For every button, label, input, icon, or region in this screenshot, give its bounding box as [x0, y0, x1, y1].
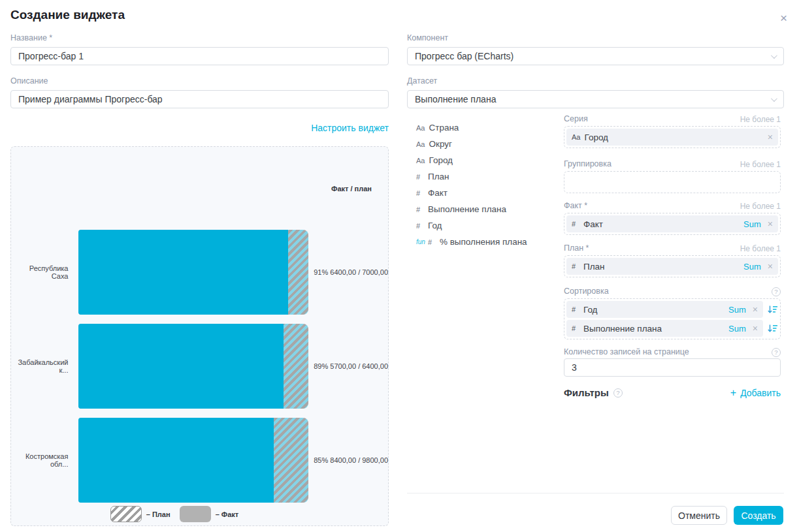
page-size-input[interactable]	[564, 358, 781, 377]
fact-chip[interactable]: # Факт Sum ×	[566, 215, 778, 232]
bar-category-label: Костромская обл...	[11, 452, 68, 468]
dataset-field-item[interactable]: fun # % выполнения плана	[416, 234, 557, 250]
chart-bar-row: Республика Саха 91% 6400,00 / 7000,00	[11, 230, 388, 315]
remove-icon[interactable]: ×	[753, 324, 758, 333]
chart-bar-row: Костромская обл... 85% 8400,00 / 9800,00	[11, 418, 388, 503]
sorting-dropzone[interactable]: # Год Sum × # Выполнение плана Sum ×	[564, 298, 781, 339]
field-type-icon: #	[416, 222, 424, 230]
bar-plan-segment	[78, 418, 308, 503]
remove-icon[interactable]: ×	[768, 219, 773, 228]
chart-bar-row: Забайкальский к... 89% 5700,00 / 6400,00	[11, 324, 388, 409]
seria-label: Серия	[564, 114, 588, 124]
configure-widget-link[interactable]: Настроить виджет	[311, 123, 389, 133]
cancel-button[interactable]: Отменить	[671, 506, 727, 525]
field-label: Факт	[428, 188, 448, 198]
chart-legend: – План – Факт	[11, 506, 338, 522]
aggregation-selector[interactable]: Sum	[728, 324, 746, 334]
field-type-icon: #	[428, 238, 436, 246]
sorting-chip[interactable]: # Выполнение плана Sum ×	[566, 320, 763, 337]
field-label: Округ	[429, 139, 451, 149]
bar-fact-segment	[78, 324, 283, 409]
fact-label: Факт *	[564, 201, 587, 211]
chevron-down-icon	[771, 95, 777, 102]
dataset-select[interactable]: Выполнение плана	[407, 90, 784, 108]
bar-category-label: Республика Саха	[11, 264, 68, 280]
sorting-row: # Год Sum ×	[566, 301, 778, 318]
sort-descending-icon[interactable]	[767, 305, 778, 315]
remove-icon[interactable]: ×	[768, 262, 773, 271]
sorting-chip[interactable]: # Год Sum ×	[566, 301, 763, 318]
dataset-value: Выполнение плана	[415, 94, 496, 104]
dataset-field-item[interactable]: Aa Страна	[416, 119, 557, 136]
right-column: Компонент Прогресс бар (ECharts) Датасет…	[407, 33, 784, 108]
function-icon: fun	[416, 238, 425, 245]
dataset-field-item[interactable]: # Год	[416, 217, 557, 234]
plan-chip[interactable]: # План Sum ×	[566, 258, 778, 275]
dataset-field-item[interactable]: Aa Округ	[416, 136, 557, 152]
dataset-field-item[interactable]: # Факт	[416, 185, 557, 201]
dataset-field-item[interactable]: # Выполнение плана	[416, 201, 557, 217]
bar-category-label: Забайкальский к...	[11, 358, 68, 374]
grouping-limit: Не более 1	[740, 160, 781, 169]
aggregation-selector[interactable]: Sum	[743, 262, 761, 272]
field-type-icon: Aa	[416, 157, 425, 164]
plus-icon: +	[730, 388, 736, 398]
page-size-label: Количество записей на странице	[564, 347, 689, 357]
remove-icon[interactable]: ×	[753, 305, 758, 314]
description-label: Описание	[10, 76, 389, 86]
name-input[interactable]	[10, 47, 389, 65]
legend-item: – План	[110, 506, 171, 522]
dataset-field-item[interactable]: # План	[416, 168, 557, 185]
field-label: Выполнение плана	[428, 204, 506, 214]
fact-limit: Не более 1	[740, 202, 781, 211]
field-label: Страна	[429, 123, 459, 133]
field-label: % выполнения плана	[440, 237, 527, 247]
chip-label: План	[583, 262, 605, 272]
description-input[interactable]	[10, 90, 389, 108]
create-widget-dialog: Создание виджета × Название * Описание Н…	[0, 0, 799, 532]
field-label: Год	[428, 221, 442, 230]
aggregation-selector[interactable]: Sum	[728, 305, 746, 315]
component-label: Компонент	[407, 33, 784, 43]
bar-value-label: 91% 6400,00 / 7000,00	[314, 268, 388, 276]
dataset-field-item[interactable]: Aa Город	[416, 152, 557, 168]
aggregation-selector[interactable]: Sum	[743, 219, 761, 229]
chip-label: Выполнение плана	[583, 324, 662, 334]
dataset-label: Датасет	[407, 76, 784, 86]
left-column: Название * Описание Настроить виджет Фак…	[10, 33, 389, 526]
legend-label: – План	[146, 510, 171, 518]
component-select[interactable]: Прогресс бар (ECharts)	[407, 47, 784, 65]
legend-label: – Факт	[216, 510, 239, 518]
component-value: Прогресс бар (ECharts)	[415, 51, 514, 61]
fact-dropzone[interactable]: # Факт Sum ×	[564, 213, 781, 235]
chart-header-label: Факт / план	[331, 185, 372, 193]
field-label: План	[428, 172, 449, 181]
close-icon[interactable]: ×	[780, 12, 787, 24]
bar-fact-segment	[78, 230, 287, 315]
chip-label: Факт	[583, 219, 603, 229]
grouping-dropzone[interactable]	[564, 171, 781, 193]
plan-label: План *	[564, 243, 589, 253]
number-type-icon: #	[572, 220, 579, 228]
remove-icon[interactable]: ×	[768, 133, 773, 142]
dialog-title: Создание виджета	[10, 8, 125, 22]
help-icon[interactable]: ?	[613, 388, 623, 398]
help-icon[interactable]: ?	[772, 287, 781, 296]
field-type-icon: #	[416, 173, 424, 181]
plan-dropzone[interactable]: # План Sum ×	[564, 255, 781, 277]
add-filter-button[interactable]: + Добавить	[730, 388, 781, 398]
number-type-icon: #	[572, 324, 579, 332]
slots-column: Серия Не более 1 Aa Город × Группировка …	[564, 114, 781, 398]
seria-chip[interactable]: Aa Город ×	[566, 129, 778, 146]
field-type-icon: #	[416, 189, 424, 197]
seria-dropzone[interactable]: Aa Город ×	[564, 126, 781, 148]
help-icon[interactable]: ?	[772, 348, 781, 357]
legend-item: – Факт	[180, 506, 239, 522]
dataset-fields-list: Aa Страна Aa Округ Aa Город # План # Фак…	[416, 119, 557, 250]
bar-fact-segment	[78, 418, 274, 503]
bar-value-label: 89% 5700,00 / 6400,00	[314, 362, 388, 370]
sort-descending-icon[interactable]	[767, 324, 778, 334]
create-button[interactable]: Создать	[734, 506, 783, 525]
footer-divider	[407, 493, 784, 493]
legend-swatch	[180, 506, 211, 522]
